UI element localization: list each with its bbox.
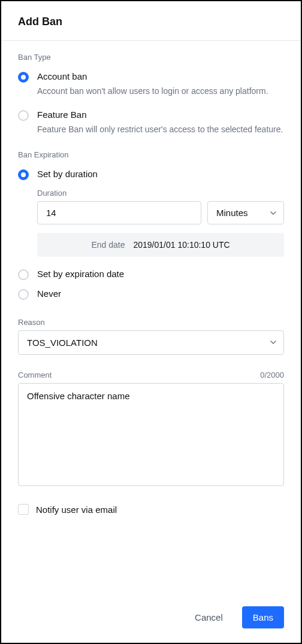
radio-never[interactable]: Never xyxy=(18,288,284,300)
radio-content: Set by expiration date xyxy=(37,269,284,279)
end-date-value: 2019/01/01 10:10:10 UTC xyxy=(133,240,229,250)
dialog-content: Ban Type Account ban Account ban won't a… xyxy=(1,41,301,527)
radio-label: Never xyxy=(37,288,284,299)
unit-select-wrapper: Minutes xyxy=(207,201,284,224)
duration-row: Minutes xyxy=(37,201,284,224)
submit-button[interactable]: Bans xyxy=(242,606,284,628)
ban-type-section-label: Ban Type xyxy=(18,53,284,62)
comment-counter: 0/2000 xyxy=(260,370,284,379)
comment-header: Comment 0/2000 xyxy=(18,370,284,379)
duration-input[interactable] xyxy=(37,201,201,224)
duration-section: Duration Minutes End date 2019/01/01 10:… xyxy=(37,189,284,257)
ban-type-radio-group: Account ban Account ban won't allow user… xyxy=(18,71,284,136)
reason-select[interactable]: TOS_VIOLATION xyxy=(18,330,284,355)
radio-set-by-expiration-date[interactable]: Set by expiration date xyxy=(18,269,284,280)
ban-expiration-section-label: Ban Expiration xyxy=(18,150,284,159)
radio-label: Account ban xyxy=(37,71,284,81)
end-date-row: End date 2019/01/01 10:10:10 UTC xyxy=(37,233,284,257)
radio-label: Set by duration xyxy=(37,169,284,179)
reason-select-wrapper: TOS_VIOLATION xyxy=(18,330,284,355)
checkbox-icon xyxy=(18,504,29,515)
radio-label: Set by expiration date xyxy=(37,269,284,279)
notify-checkbox-row[interactable]: Notify user via email xyxy=(18,504,284,515)
radio-icon xyxy=(18,72,29,83)
radio-icon xyxy=(18,110,29,121)
radio-desc: Feature Ban will only restrict user's ac… xyxy=(37,123,284,136)
reason-label: Reason xyxy=(18,318,284,327)
radio-account-ban[interactable]: Account ban Account ban won't allow user… xyxy=(18,71,284,98)
duration-unit-select[interactable]: Minutes xyxy=(207,201,284,224)
dialog-footer: Cancel Bans xyxy=(184,606,284,628)
radio-desc: Account ban won't allow users to login o… xyxy=(37,85,284,98)
dialog-header: Add Ban xyxy=(1,1,301,41)
comment-section: Comment 0/2000 xyxy=(18,370,284,488)
dialog-title: Add Ban xyxy=(18,16,284,28)
duration-field-label: Duration xyxy=(37,189,284,198)
radio-content: Never xyxy=(37,288,284,299)
radio-content: Set by duration xyxy=(37,169,284,179)
radio-icon xyxy=(18,169,29,180)
comment-textarea[interactable] xyxy=(18,383,284,486)
radio-content: Account ban Account ban won't allow user… xyxy=(37,71,284,98)
radio-content: Feature Ban Feature Ban will only restri… xyxy=(37,110,284,136)
radio-icon xyxy=(18,269,29,280)
notify-label: Notify user via email xyxy=(36,505,117,515)
radio-set-by-duration[interactable]: Set by duration xyxy=(18,169,284,180)
end-date-label: End date xyxy=(91,240,125,250)
radio-label: Feature Ban xyxy=(37,110,284,120)
radio-icon xyxy=(18,289,29,300)
comment-label: Comment xyxy=(18,370,52,379)
reason-section: Reason TOS_VIOLATION xyxy=(18,318,284,355)
cancel-button[interactable]: Cancel xyxy=(184,606,234,628)
radio-feature-ban[interactable]: Feature Ban Feature Ban will only restri… xyxy=(18,110,284,136)
